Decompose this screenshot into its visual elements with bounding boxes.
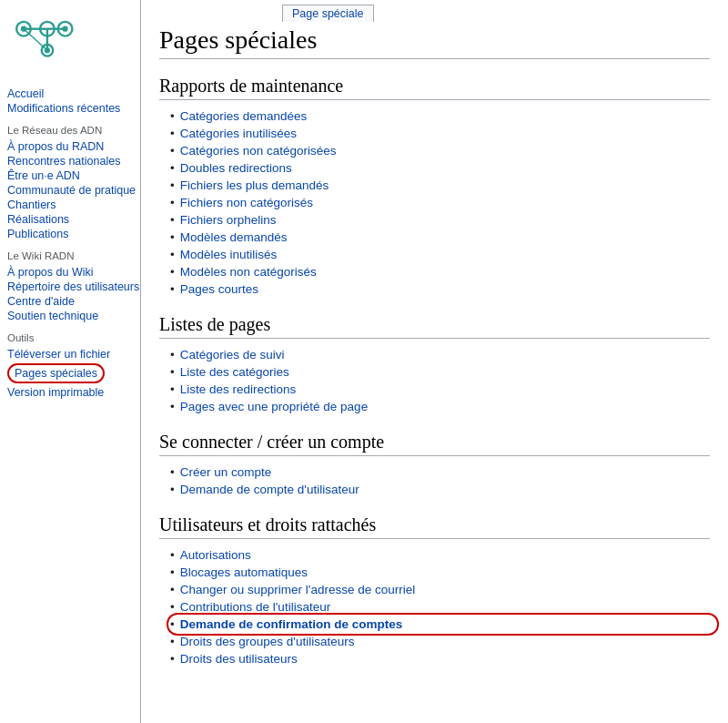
nav-realisations[interactable]: Réalisations xyxy=(7,212,140,227)
link-demande-compte[interactable]: Demande de compte d'utilisateur xyxy=(180,483,359,496)
site-logo xyxy=(7,7,140,76)
nav-repertoire[interactable]: Répertoire des utilisateurs xyxy=(7,280,140,294)
sidebar: Accueil Modifications récentes Le Réseau… xyxy=(0,0,141,723)
link-categories-inutilisees[interactable]: Catégories inutilisées xyxy=(180,127,297,140)
list-item: Fichiers les plus demandés xyxy=(170,177,710,194)
link-fichiers-orphelins[interactable]: Fichiers orphelins xyxy=(180,213,277,227)
link-fichiers-non-cat[interactable]: Fichiers non catégorisés xyxy=(180,196,313,209)
svg-point-8 xyxy=(21,26,26,32)
link-categories-non-cat[interactable]: Catégories non catégorisées xyxy=(180,144,337,158)
list-seconnecter: Créer un compte Demande de compte d'util… xyxy=(159,463,710,498)
nav-publications[interactable]: Publications xyxy=(7,227,140,241)
section-title-utilisateurs: Utilisateurs et droits rattachés xyxy=(159,514,710,539)
link-doubles-redirections[interactable]: Doubles redirections xyxy=(180,161,292,175)
link-creer-compte[interactable]: Créer un compte xyxy=(180,465,272,479)
nav-accueil[interactable]: Accueil xyxy=(7,87,140,101)
list-item: Changer ou supprimer l'adresse de courri… xyxy=(170,581,710,598)
list-item: Pages avec une propriété de page xyxy=(170,398,710,415)
nav-pages-speciales-wrapper: Pages spéciales xyxy=(7,363,105,383)
link-modeles-demandes[interactable]: Modèles demandés xyxy=(180,230,288,244)
nav-apropos-wiki[interactable]: À propos du Wiki xyxy=(7,265,140,280)
list-item: Droits des utilisateurs xyxy=(170,650,710,667)
list-listes: Catégories de suivi Liste des catégories… xyxy=(159,346,710,415)
main-content: Page spéciale Pages spéciales Rapports d… xyxy=(141,0,728,723)
list-item: Autorisations xyxy=(170,546,710,564)
tab-bar: Page spéciale xyxy=(282,0,376,22)
link-demande-confirmation[interactable]: Demande de confirmation de comptes xyxy=(180,617,403,631)
link-liste-categories[interactable]: Liste des catégories xyxy=(180,365,289,379)
nav-modifications-recentes[interactable]: Modifications récentes xyxy=(7,101,140,116)
nav-chantiers[interactable]: Chantiers xyxy=(7,198,140,212)
list-item: Modèles inutilisés xyxy=(170,246,710,263)
list-item: Blocages automatiques xyxy=(170,564,710,581)
nav-pages-speciales[interactable]: Pages spéciales xyxy=(7,363,105,383)
list-item: Catégories inutilisées xyxy=(170,125,710,142)
list-utilisateurs: Autorisations Blocages automatiques Chan… xyxy=(159,546,710,667)
link-modeles-non-cat[interactable]: Modèles non catégorisés xyxy=(180,265,317,279)
nav-communaute[interactable]: Communauté de pratique xyxy=(7,183,140,198)
list-item: Liste des redirections xyxy=(170,381,710,398)
svg-point-10 xyxy=(45,47,50,53)
link-categories-demandees[interactable]: Catégories demandées xyxy=(180,109,308,123)
list-item: Fichiers orphelins xyxy=(170,211,710,229)
list-item: Modèles non catégorisés xyxy=(170,263,710,280)
nav-etre-adn[interactable]: Être un·e ADN xyxy=(7,168,140,183)
list-item: Demande de confirmation de comptes xyxy=(170,616,710,633)
list-item: Pages courtes xyxy=(170,280,710,298)
list-item: Contributions de l'utilisateur xyxy=(170,598,710,616)
list-item: Doubles redirections xyxy=(170,159,710,177)
nav-televerser[interactable]: Téléverser un fichier xyxy=(7,347,140,362)
link-autorisations[interactable]: Autorisations xyxy=(180,548,251,562)
nav-centre-aide[interactable]: Centre d'aide xyxy=(7,294,140,309)
section-title-rapports: Rapports de maintenance xyxy=(159,76,710,100)
nav-version-imprimable[interactable]: Version imprimable xyxy=(7,385,140,400)
link-liste-redirections[interactable]: Liste des redirections xyxy=(180,382,297,396)
list-item: Liste des catégories xyxy=(170,363,710,381)
link-modeles-inutilises[interactable]: Modèles inutilisés xyxy=(180,248,278,261)
link-droits-utilisateurs[interactable]: Droits des utilisateurs xyxy=(180,652,298,666)
link-changer-courriel[interactable]: Changer ou supprimer l'adresse de courri… xyxy=(180,583,415,596)
link-pages-propriete[interactable]: Pages avec une propriété de page xyxy=(180,400,368,413)
sidebar-section-tools: Outils xyxy=(7,332,140,343)
list-item: Droits des groupes d'utilisateurs xyxy=(170,633,710,650)
tab-page-speciale[interactable]: Page spéciale xyxy=(282,5,374,22)
nav-soutien-technique[interactable]: Soutien technique xyxy=(7,309,140,323)
nav-apropos-radn[interactable]: À propos du RADN xyxy=(7,139,140,154)
list-item: Demande de compte d'utilisateur xyxy=(170,481,710,498)
list-item: Catégories non catégorisées xyxy=(170,142,710,159)
list-item: Catégories demandées xyxy=(170,107,710,125)
nav-rencontres[interactable]: Rencontres nationales xyxy=(7,154,140,168)
svg-point-9 xyxy=(62,26,67,32)
link-fichiers-demandes[interactable]: Fichiers les plus demandés xyxy=(180,178,329,192)
logo-svg xyxy=(7,15,80,65)
list-item: Catégories de suivi xyxy=(170,346,710,363)
content-area: Pages spéciales Rapports de maintenance … xyxy=(159,25,710,667)
sidebar-section-radn: Le Réseau des ADN xyxy=(7,125,140,136)
link-contributions[interactable]: Contributions de l'utilisateur xyxy=(180,600,330,614)
link-droits-groupes[interactable]: Droits des groupes d'utilisateurs xyxy=(180,635,355,648)
sidebar-section-wiki: Le Wiki RADN xyxy=(7,250,140,261)
list-item: Créer un compte xyxy=(170,463,710,481)
list-item: Modèles demandés xyxy=(170,229,710,246)
section-title-seconnecter: Se connecter / créer un compte xyxy=(159,432,710,456)
page-title: Pages spéciales xyxy=(159,25,710,59)
link-pages-courtes[interactable]: Pages courtes xyxy=(180,282,258,296)
link-blocages-auto[interactable]: Blocages automatiques xyxy=(180,565,308,579)
list-rapports: Catégories demandées Catégories inutilis… xyxy=(159,107,710,298)
link-categories-suivi[interactable]: Catégories de suivi xyxy=(180,348,285,362)
list-item: Fichiers non catégorisés xyxy=(170,194,710,211)
section-title-listes: Listes de pages xyxy=(159,314,710,339)
